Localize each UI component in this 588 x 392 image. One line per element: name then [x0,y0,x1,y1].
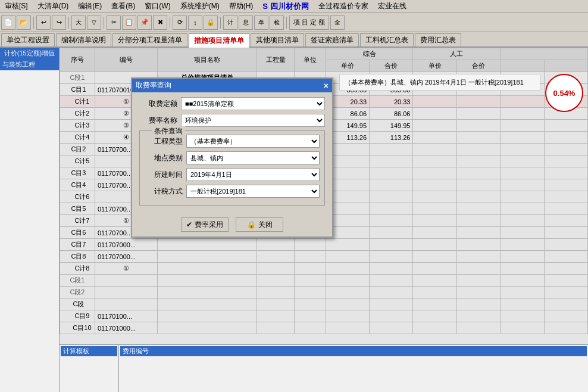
toolbar-sep-2 [68,17,69,29]
toolbar-project-quota[interactable]: 项 目 定 额 [289,15,329,30]
toolbar-cut[interactable]: ✂ [107,15,121,30]
cancel-icon: 🔒 [247,220,256,229]
dialog-rate-name-label: 费率名称 [139,116,181,126]
toolbar-unit[interactable]: 单 [254,15,268,30]
toolbar-redo[interactable]: ↪ [52,15,66,30]
dialog-conditions-section: 条件查询 工程类型 （基本费费率） 地点类别 县城、镇内 [139,130,325,206]
menu-item-help[interactable]: 帮助(H) [227,1,256,11]
toolbar-big[interactable]: 大 [71,15,86,30]
dialog-title-text: 取费率查询 [136,80,171,91]
menu-item-fullcost[interactable]: 全过程造价专家 [316,1,371,11]
dialog-row-rate-name: 费率名称 环境保护 [139,114,325,127]
sidebar: 计价(15定额)增值 与装饰工程 [0,48,60,392]
content-area: 序号 编号 项目名称 工程量 单位 综合 人工 单价 合价 单价 合价 [60,48,588,392]
menu-item-view[interactable]: 查看(B) [109,1,137,11]
sidebar-header: 计价(15定额)增值 [0,48,59,59]
confirm-icon: ✔ [186,220,192,229]
bottom-panel: 计算模板 费用编号 [60,344,588,392]
dialog-quota-label: 取费定额 [139,99,181,109]
toolbar: 📄 📂 ↩ ↪ 大 ▽ ✂ 📋 📌 ✖ ⟳ ↕ 🔒 计 息 单 检 项 目 定 … [0,13,588,32]
toolbar-open[interactable]: 📂 [17,15,31,30]
menu-item-sichuanprice[interactable]: S 四川材价网 [260,1,311,12]
toolbar-lock[interactable]: 🔒 [204,15,218,30]
rate-query-dialog: 取费率查询 × 取费定额 ■■2015清单定额 费率名称 [131,77,333,238]
dialog-row-project-type: 工程类型 （基本费费率） [145,135,320,148]
bottom-right-header: 费用编号 [120,346,587,356]
toolbar-paste[interactable]: 📌 [137,15,152,30]
tab-cost-summary[interactable]: 费用汇总表 [415,33,461,46]
dialog-tax-select[interactable]: 一般计税[2019]181 [186,185,320,198]
info-bar-text: （基本费费率）县城、镇内 2019年4月1日 一般计税[2019]181 [345,78,524,87]
tabbar: 单位工程设置 编制/清单说明 分部分项工程量清单 措施项目清单单 其他项目清单 … [0,32,588,48]
menu-item-edit[interactable]: 编辑(E) [76,1,104,11]
toolbar-delete[interactable]: ✖ [153,15,167,30]
toolbar-all[interactable]: 全 [330,15,345,30]
menu-item-list[interactable]: 大清单(D) [35,1,71,11]
toolbar-undo[interactable]: ↩ [36,15,51,30]
main-layout: 计价(15定额)增值 与装饰工程 序号 编号 项目名称 工程量 单位 综合 人工 [0,48,588,392]
tab-unit-setting[interactable]: 单位工程设置 [1,33,55,46]
dialog-confirm-button[interactable]: ✔ 费率采用 [181,217,229,232]
dialog-cancel-button[interactable]: 🔒 关闭 [236,217,283,232]
dialog-location-label: 地点类别 [145,153,186,163]
menu-item-hongye[interactable]: 宏业在线 [376,1,409,11]
toolbar-calc[interactable]: 计 [223,15,237,30]
dialog-row-time: 所建时间 2019年4月1日 [145,168,320,181]
tab-measures[interactable]: 措施项目清单单 [189,33,249,48]
dialog-rate-name-select[interactable]: 环境保护 [181,114,325,127]
dialog-project-type-label: 工程类型 [145,136,186,147]
toolbar-sep-5 [220,17,221,29]
dialog-quota-select[interactable]: ■■2015清单定额 [181,97,325,110]
dialog-footer: ✔ 费率采用 🔒 关闭 [132,215,332,237]
dialog-body: 取费定额 ■■2015清单定额 费率名称 环境保护 条件查询 [132,92,332,215]
menu-item-window[interactable]: 窗口(W) [142,1,173,11]
toolbar-sep-1 [33,17,34,29]
info-bar: （基本费费率）县城、镇内 2019年4月1日 一般计税[2019]181 [339,74,540,91]
menu-item-audit[interactable]: 审核[S] [2,1,30,11]
bottom-left-header: 计算模板 [61,346,117,356]
dialog-title-bar[interactable]: 取费率查询 × [132,79,332,92]
dialog-row-location: 地点类别 县城、镇内 [145,151,320,164]
toolbar-sep-6 [286,17,287,29]
tab-labor-summary[interactable]: 工料机汇总表 [360,33,414,46]
toolbar-copy[interactable]: 📋 [122,15,136,30]
bottom-left-panel: 计算模板 [60,345,119,392]
result-value: 0.54% [553,89,576,98]
toolbar-check[interactable]: 检 [270,15,284,30]
toolbar-sep-3 [104,17,104,29]
menu-item-system[interactable]: 系统维护(M) [178,1,222,11]
dialog-row-quota: 取费定额 ■■2015清单定额 [139,97,325,110]
result-bubble: 0.54% [545,74,583,112]
toolbar-mid[interactable]: ▽ [87,15,101,30]
toolbar-new[interactable]: 📄 [1,15,15,30]
sidebar-item-decoration[interactable]: 与装饰工程 [0,59,59,70]
toolbar-paste2[interactable]: ↕ [188,15,202,30]
dialog-location-select[interactable]: 县城、镇内 [186,151,320,164]
tab-claims[interactable]: 签证索赔清单 [305,33,359,46]
toolbar-sep-4 [170,17,170,29]
menubar: 审核[S] 大清单(D) 编辑(E) 查看(B) 窗口(W) 系统维护(M) 帮… [0,0,588,13]
dialog-close-button[interactable]: × [324,81,329,91]
tab-other-items[interactable]: 其他项目清单 [251,33,304,46]
tab-edit-desc[interactable]: 编制/清单说明 [56,33,111,46]
cancel-label: 关闭 [258,220,273,230]
toolbar-info[interactable]: 息 [239,15,253,30]
dialog-project-type-select[interactable]: （基本费费率） [186,135,320,148]
dialog-time-select[interactable]: 2019年4月1日 [186,168,320,181]
dialog-section-title: 条件查询 [152,126,185,136]
toolbar-copy2[interactable]: ⟳ [173,15,187,30]
dialog-tax-label: 计税方式 [145,186,186,197]
bottom-right-panel: 费用编号 [119,345,588,392]
dialog-row-tax: 计税方式 一般计税[2019]181 [145,185,320,198]
dialog-time-label: 所建时间 [145,170,186,180]
tab-part-items[interactable]: 分部分项工程量清单 [112,33,187,46]
confirm-label: 费率采用 [195,220,223,230]
